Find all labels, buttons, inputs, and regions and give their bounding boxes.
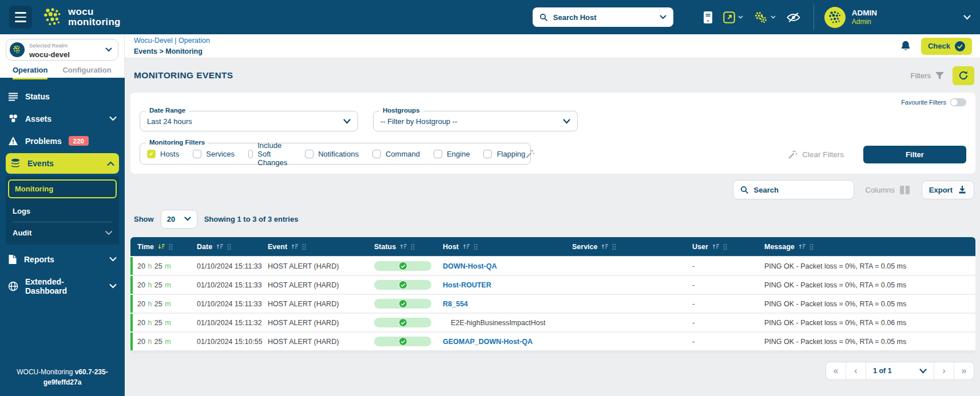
sort-icon[interactable] [400,243,407,250]
column-header-message[interactable]: Message [764,243,975,251]
host-name: E2E-highBusinessImpactHost [443,319,545,327]
sort-icon[interactable] [216,243,223,250]
chevron-down-icon [738,15,743,19]
sidebar-item-extended-dashboard[interactable]: Extended-Dashboard [0,271,125,302]
check-button[interactable]: Check [921,38,972,55]
column-drag-handle-icon[interactable] [302,243,306,250]
date-range-select[interactable]: Date Range Last 24 hours [140,111,358,131]
column-header-service[interactable]: Service [572,243,692,251]
brand-logo: wocumonitoring [42,7,121,28]
column-drag-handle-icon[interactable] [169,243,173,250]
last-page-button[interactable]: » [954,362,974,379]
filter-checkbox-command[interactable]: Command [372,150,420,158]
table-row[interactable]: 20 h 25 m01/10/2024 15:11:32HOST ALERT (… [130,314,975,331]
sort-icon[interactable] [463,243,470,250]
submenu-item-audit[interactable]: Audit [6,223,119,242]
sidebar-item-status[interactable]: Status [0,86,125,107]
wand-icon[interactable] [525,149,535,159]
kiosk-icon[interactable] [703,11,713,24]
search-host-combobox[interactable] [533,7,673,27]
hostgroups-select[interactable]: Hostgroups -- Filter by Hostgroup -- [373,111,578,131]
wocu-dots-icon [42,7,63,27]
filter-checkbox-include-soft-changes[interactable]: Include Soft Changes [248,141,291,167]
host-link[interactable]: DOWN-Host-QA [443,262,497,270]
sidebar-item-problems[interactable]: Problems 220 [0,130,125,152]
page-select[interactable]: 1 of 1 [866,362,934,379]
column-drag-handle-icon[interactable] [474,243,478,250]
sort-icon[interactable] [712,243,719,250]
filter-checkbox-flapping[interactable]: Flapping [483,150,525,158]
column-header-date[interactable]: Date [197,243,268,251]
column-drag-handle-icon[interactable] [227,243,231,250]
chevron-down-icon[interactable] [660,15,666,19]
columns-button[interactable]: Columns [866,185,910,195]
clear-filters-button[interactable]: Clear Filters [788,150,844,159]
bell-icon[interactable] [899,39,912,53]
cell-host: DOWN-Host-QA [443,262,572,270]
submenu-item-monitoring[interactable]: Monitoring [8,179,117,198]
host-link[interactable]: R8_554 [443,300,468,308]
sidebar-item-reports[interactable]: Reports [0,248,125,271]
column-header-status[interactable]: Status [374,243,443,251]
favourite-filters-toggle[interactable] [950,98,966,106]
cell-message: PING OK - Packet loss = 0%, RTA = 0.05 m… [764,281,975,289]
breadcrumb-realm-operation[interactable]: Wocu-Devel | Operation [134,35,210,46]
sidebar-item-events[interactable]: Events [6,153,119,174]
next-page-button[interactable]: › [934,362,954,379]
column-header-time[interactable]: Time [137,243,197,251]
column-drag-handle-icon[interactable] [723,243,727,250]
previous-page-button[interactable]: ‹ [846,362,866,379]
table-row[interactable]: 20 h 25 m01/10/2024 15:11:33HOST ALERT (… [130,295,975,313]
search-icon [539,13,548,22]
sidebar-item-assets[interactable]: Assets [0,107,125,130]
host-link[interactable]: Host-ROUTER [443,281,491,289]
external-apps-menu[interactable] [723,11,743,23]
realm-selector[interactable]: Selected Realm wocu-devel [6,39,118,61]
filter-checkbox-engine[interactable]: Engine [434,150,470,158]
cell-host: E2E-highBusinessImpactHost [443,319,572,327]
search-host-input[interactable] [553,13,654,22]
sidebar-menu: Status Assets Problems 220 Events [0,78,125,302]
refresh-button[interactable] [953,66,974,85]
avatar [824,7,846,28]
hamburger-menu-button[interactable] [9,6,32,29]
page-indicator: 1 of 1 [873,367,892,375]
sort-icon[interactable] [158,243,165,250]
column-header-event[interactable]: Event [268,243,374,251]
table-header: TimeDateEventStatusHostServiceUserMessag… [130,237,975,256]
cell-user: - [692,300,764,308]
sort-icon[interactable] [291,243,298,250]
table-row[interactable]: 20 h 25 m01/10/2024 15:10:55HOST ALERT (… [130,333,975,350]
first-page-button[interactable]: « [826,362,846,379]
apply-filter-button[interactable]: Filter [863,146,966,163]
filter-checkbox-notifications[interactable]: Notifications [305,150,359,158]
table-search[interactable] [733,180,854,199]
assets-icon [8,114,18,123]
host-link[interactable]: GEOMAP_DOWN-Host-QA [443,338,533,346]
column-header-host[interactable]: Host [443,243,572,251]
column-drag-handle-icon[interactable] [411,243,415,250]
chevron-down-icon [105,47,112,52]
filters-toggle[interactable]: Filters [911,71,945,80]
submenu-item-logs[interactable]: Logs [6,202,119,221]
chevron-down-icon [963,15,971,20]
eye-slash-icon[interactable] [786,11,801,23]
filter-checkbox-hosts[interactable]: ✓Hosts [147,150,179,158]
sort-icon[interactable] [799,243,806,250]
tab-configuration[interactable]: Configuration [62,66,111,79]
tab-operation[interactable]: Operation [13,66,47,79]
user-menu[interactable]: ADMIN Admin [824,7,971,28]
table-row[interactable]: 20 h 25 m01/10/2024 15:11:33HOST ALERT (… [130,276,975,294]
page-size-select[interactable]: 20 [161,210,197,229]
column-header-user[interactable]: User [692,243,764,251]
settings-gears-menu[interactable] [753,11,776,24]
table-search-input[interactable] [754,186,854,194]
table-row[interactable]: 20 h 25 m01/10/2024 15:11:33HOST ALERT (… [130,257,975,275]
filter-checkbox-services[interactable]: Services [193,150,235,158]
column-drag-handle-icon[interactable] [810,243,814,250]
clear-filters-label: Clear Filters [802,150,844,159]
export-button[interactable]: Export [922,181,974,199]
sort-icon[interactable] [601,243,608,250]
column-drag-handle-icon[interactable] [612,243,616,250]
top-navbar: wocumonitoring [0,0,980,34]
